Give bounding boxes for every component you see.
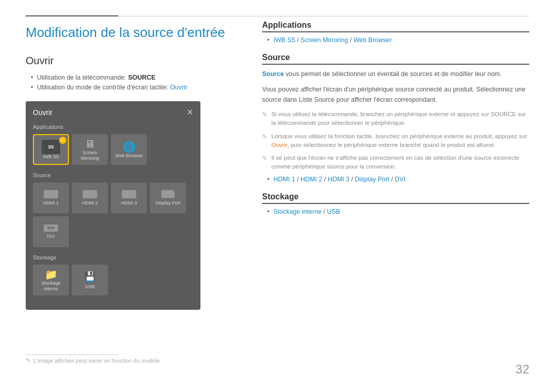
left-column: Modification de la source d'entrée Ouvri… (26, 21, 242, 377)
link-stockage-interne[interactable]: Stockage interne (273, 208, 322, 215)
section-source: Source Source vous permet de sélectionne… (262, 53, 529, 183)
icon-label-hdmi2: HDMI 2 (82, 200, 98, 206)
ouvrir-bullets: Utilisation de la télécommande: SOURCE U… (26, 74, 242, 91)
icon-hdmi1[interactable]: HDMI 1 (33, 182, 69, 213)
link-usb[interactable]: USB (327, 208, 340, 215)
page-number: 32 (515, 362, 529, 377)
usb-icon: 💾 (84, 271, 96, 282)
icon-stockage-interne[interactable]: 📁 Stockageinterne (33, 265, 69, 295)
link-hdmi1[interactable]: HDMI 1 (273, 176, 295, 183)
link-screen-mirroring[interactable]: Screen Mirroring (301, 36, 348, 44)
dialog-title: Ouvrir (33, 108, 52, 117)
stockage-list: Stockage interne / USB (262, 208, 529, 215)
dialog-ouvrir: Ouvrir ✕ Applications ✓ S5 IWB S5 🖥 Scre… (26, 101, 200, 310)
right-column: Applications IWB S5 / Screen Mirroring /… (262, 21, 529, 377)
icon-label-usb: USB (85, 284, 95, 290)
applications-links: IWB S5 / Screen Mirroring / Web Browser (267, 36, 529, 44)
icon-label-hdmi1: HDMI 1 (43, 200, 59, 206)
stockage-links: Stockage interne / USB (267, 208, 529, 215)
footer-note: L'image affichée peut varier en fonction… (26, 357, 161, 364)
icon-displayport[interactable]: Display Port (150, 182, 186, 213)
dialog-section-stockage: Stockage (33, 254, 193, 260)
source-links: HDMI 1 / HDMI 2 / HDMI 3 / Display Port … (267, 176, 529, 183)
icon-hdmi3[interactable]: HDMI 3 (111, 182, 147, 213)
icon-label-iwb: IWB S5 (43, 154, 59, 160)
link-dvi[interactable]: DVI (395, 176, 405, 183)
link-web-browser[interactable]: Web Browser (354, 36, 392, 44)
section-applications: Applications IWB S5 / Screen Mirroring /… (262, 21, 529, 44)
source-note1: Si vous utilisez la télécommande, branch… (262, 110, 529, 128)
link-hdmi2[interactable]: HDMI 2 (301, 176, 322, 183)
icon-label-webbrowser: Web Browser (115, 153, 143, 159)
link-hdmi3[interactable]: HDMI 3 (328, 176, 349, 183)
top-rule (26, 15, 529, 16)
iwb-box: S5 (42, 140, 60, 154)
footer-note-text: L'image affichée peut varier en fonction… (33, 358, 161, 364)
source-bold: SOURCE (128, 74, 155, 81)
applications-list: IWB S5 / Screen Mirroring / Web Browser (262, 36, 529, 44)
dvi-icon: DVI (44, 225, 58, 232)
dialog-section-source: Source (33, 172, 193, 178)
applications-grid: ✓ S5 IWB S5 🖥 ScreenMirroring 🌐 Web Brow… (33, 134, 193, 165)
hdmi-icon (83, 190, 97, 198)
heading-stockage: Stockage (262, 192, 529, 204)
bullet-tactile: Utilisation du mode de contrôle d'écran … (31, 84, 242, 91)
close-icon[interactable]: ✕ (187, 108, 193, 117)
screen-mirror-icon: 🖥 (85, 138, 95, 150)
heading-source: Source (262, 53, 529, 65)
source-note2: Lorsque vous utilisez la fonction tactil… (262, 132, 529, 150)
source-note3: Il se peut que l'écran ne s'affiche pas … (262, 154, 529, 172)
hdmi-icon (122, 190, 136, 198)
ouvrir-link[interactable]: Ouvrir (170, 84, 188, 91)
icon-usb[interactable]: 💾 USB (72, 265, 108, 295)
section-title-ouvrir: Ouvrir (26, 55, 242, 67)
stockage-grid: 📁 Stockageinterne 💾 USB (33, 265, 193, 295)
source-links-list: HDMI 1 / HDMI 2 / HDMI 3 / Display Port … (262, 176, 529, 183)
icon-label-hdmi3: HDMI 3 (121, 200, 137, 206)
icon-label-screen: ScreenMirroring (81, 150, 99, 161)
heading-applications: Applications (262, 21, 529, 32)
section-stockage: Stockage Stockage interne / USB (262, 192, 529, 215)
dialog-section-applications: Applications (33, 124, 193, 130)
icon-web-browser[interactable]: 🌐 Web Browser (111, 134, 147, 165)
icon-label-displayport: Display Port (156, 200, 181, 206)
source-highlight: Source (262, 70, 284, 78)
icon-dvi[interactable]: DVI DVI (33, 216, 69, 247)
source-grid: HDMI 1 HDMI 2 HDMI 3 Display Port DVI (33, 182, 193, 247)
ouvrir-link-note[interactable]: Ouvrir (271, 142, 287, 148)
source-body1: Source vous permet de sélectionner un év… (262, 69, 529, 79)
icon-label-stockage: Stockageinterne (41, 281, 61, 292)
main-title: Modification de la source d'entrée (26, 21, 242, 41)
source-body2: Vous pouvez afficher l'écran d'un périph… (262, 84, 529, 105)
dialog-header: Ouvrir ✕ (33, 108, 193, 117)
icon-iwb-s5[interactable]: ✓ S5 IWB S5 (33, 134, 69, 165)
bullet-telecommande: Utilisation de la télécommande: SOURCE (31, 74, 242, 81)
check-badge: ✓ (59, 137, 66, 144)
hdmi-icon (44, 190, 58, 198)
icon-screen-mirroring[interactable]: 🖥 ScreenMirroring (72, 134, 108, 165)
displayport-icon (161, 190, 175, 198)
icon-label-dvi: DVI (47, 234, 54, 239)
link-iwb-s5[interactable]: IWB S5 (273, 36, 295, 44)
link-displayport[interactable]: Display Port (355, 176, 389, 183)
web-browser-icon: 🌐 (123, 141, 136, 153)
icon-hdmi2[interactable]: HDMI 2 (72, 182, 108, 213)
footer-rule (26, 354, 118, 355)
folder-icon: 📁 (45, 268, 58, 281)
